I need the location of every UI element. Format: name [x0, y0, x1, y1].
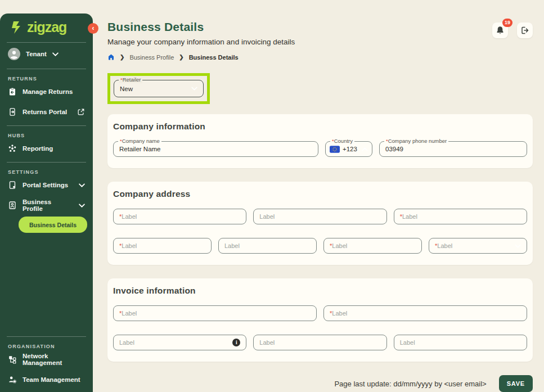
company-phone-field[interactable]: *Company phone number 03949 — [379, 141, 527, 157]
avatar-icon — [8, 48, 20, 60]
address-field-5[interactable]: Label — [218, 238, 317, 254]
tenant-menu[interactable]: Tenant — [0, 43, 93, 65]
header-actions: 19 — [492, 22, 533, 38]
org-chart-icon — [8, 355, 17, 364]
sidebar-item-returns-portal[interactable]: Returns Portal — [0, 102, 93, 122]
portal-phone-icon — [8, 107, 17, 116]
sidebar-collapse-button[interactable]: ‹ — [88, 23, 98, 34]
sidebar-subitem-business-details-active[interactable]: Business Details — [19, 217, 87, 233]
sidebar-item-portal-settings[interactable]: Portal Settings — [0, 175, 93, 195]
sidebar-item-label: Returns Portal — [23, 109, 67, 115]
sidebar-item-label: Portal Settings — [23, 182, 68, 188]
home-icon[interactable] — [107, 53, 115, 61]
page-header: Business Details Manage your company inf… — [107, 20, 295, 61]
retailer-label: *Retailer — [119, 76, 142, 83]
address-field-4[interactable]: *Label — [113, 238, 212, 254]
clipboard-return-icon — [8, 87, 17, 96]
notifications-button[interactable]: 19 — [492, 22, 508, 38]
last-update-text: Page last update: dd/mm/yyyy by <user em… — [334, 380, 486, 388]
logout-button[interactable] — [517, 22, 533, 38]
country-select[interactable]: *Country +123 — [325, 141, 372, 157]
sidebar-item-team-management[interactable]: Team Management — [0, 370, 93, 390]
invoice-field-1[interactable]: *Label — [113, 305, 317, 321]
page-title: Business Details — [107, 20, 295, 34]
tablet-icon — [8, 181, 17, 190]
invoice-field-4[interactable]: Label — [253, 335, 386, 350]
sidebar-item-network-management[interactable]: Network Management — [0, 349, 93, 370]
chevron-down-icon — [79, 204, 85, 208]
breadcrumb-business-details: Business Details — [189, 54, 239, 61]
sidebar-bottom-group: ORGANISATION Network Management Team Man… — [0, 333, 93, 392]
invoice-field-2[interactable]: *Label — [323, 305, 527, 321]
card-title: Company address — [113, 189, 527, 199]
sidebar-item-label: Reporting — [23, 145, 53, 152]
page-footer: Page last update: dd/mm/yyyy by <user em… — [107, 375, 533, 392]
sidebar-item-label: Business Profile — [23, 199, 73, 212]
address-field-3[interactable]: *Label — [394, 209, 527, 224]
sidebar-item-business-profile[interactable]: Business Profile — [0, 195, 93, 215]
bell-icon — [496, 26, 505, 35]
section-heading-hubs: HUBS — [0, 126, 93, 138]
card-title: Invoice information — [113, 286, 527, 296]
breadcrumb-separator: ❯ — [179, 54, 183, 60]
chevron-up-icon — [362, 147, 368, 151]
sidebar-item-manage-returns[interactable]: Manage Returns — [0, 82, 93, 102]
eu-flag-icon — [330, 146, 340, 153]
network-dots-icon — [8, 144, 17, 153]
tenant-label: Tenant — [26, 51, 47, 57]
sidebar-item-reporting[interactable]: Reporting — [0, 138, 93, 159]
chevron-down-icon — [79, 183, 85, 187]
logout-icon — [520, 26, 529, 35]
breadcrumb-separator: ❯ — [120, 54, 124, 60]
logo: zigzag — [0, 13, 93, 39]
retailer-select[interactable]: *Retailer New — [114, 80, 204, 97]
chevron-down-icon — [52, 44, 59, 64]
chevron-down-icon — [515, 244, 521, 248]
company-name-field[interactable]: *Company name Retailer Name — [113, 141, 318, 157]
user-gear-icon — [8, 375, 17, 384]
invoice-information-card: Invoice information *Label *Label Label … — [107, 278, 533, 362]
card-title: Company information — [113, 121, 527, 132]
address-field-2[interactable]: Label — [253, 209, 386, 224]
invoice-field-3[interactable]: Label i — [113, 335, 246, 350]
logo-text: zigzag — [27, 19, 66, 35]
page-subtitle: Manage your company information and invo… — [107, 38, 295, 46]
section-heading-settings: SETTINGS — [0, 163, 93, 175]
save-button[interactable]: SAVE — [499, 375, 533, 392]
sidebar-item-label: Network Management — [23, 353, 85, 366]
sidebar-item-label: Team Management — [23, 376, 80, 383]
info-icon[interactable]: i — [232, 339, 240, 346]
address-field-1[interactable]: *Label — [113, 209, 246, 224]
company-address-card: Company address *Label Label *Label *Lab… — [107, 182, 533, 265]
annotation-highlight-box: *Retailer New — [107, 73, 210, 104]
section-heading-organisation: ORGANISATION — [0, 337, 93, 349]
section-heading-returns: RETURNS — [0, 69, 93, 82]
breadcrumb-business-profile[interactable]: Business Profile — [129, 54, 174, 61]
main-content: Business Details Manage your company inf… — [93, 0, 544, 392]
address-field-6[interactable]: *Label — [323, 238, 422, 254]
zigzag-bolt-icon — [9, 20, 24, 35]
sidebar-item-label: Manage Returns — [23, 88, 73, 95]
chevron-down-icon — [191, 87, 197, 91]
retailer-value: New — [120, 85, 133, 92]
address-select-7[interactable]: *Label — [429, 238, 527, 254]
id-badge-icon — [8, 201, 17, 210]
external-link-icon[interactable] — [77, 108, 85, 116]
company-information-card: Company information *Company name Retail… — [107, 114, 533, 168]
breadcrumb: ❯ Business Profile ❯ Business Details — [107, 53, 295, 61]
sidebar: zigzag Tenant RETURNS Manage Returns Ret… — [0, 13, 93, 392]
invoice-field-5[interactable]: Label — [394, 335, 527, 350]
notification-badge: 19 — [502, 19, 512, 27]
